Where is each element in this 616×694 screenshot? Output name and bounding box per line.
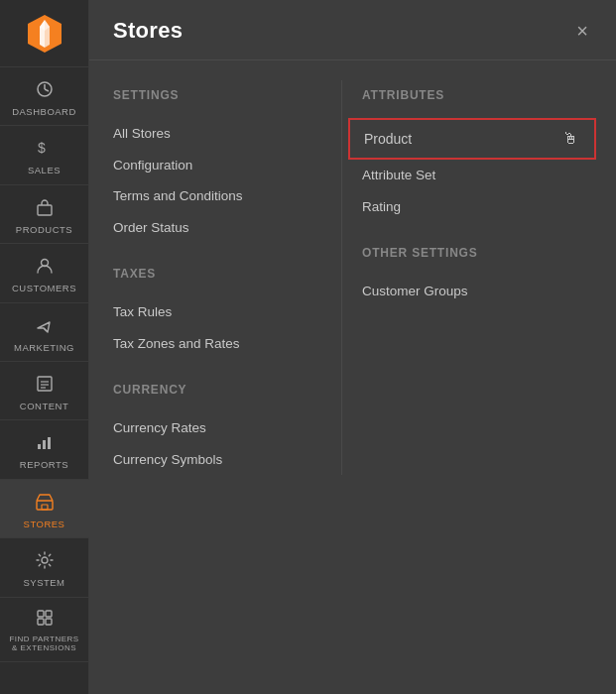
sidebar-item-marketing[interactable]: MARKETING <box>0 303 89 362</box>
currency-heading: Currency <box>113 383 321 397</box>
stores-panel: Stores × Settings All Stores Configurati… <box>89 0 616 694</box>
rating-link[interactable]: Rating <box>362 191 592 223</box>
settings-heading: Settings <box>113 88 321 102</box>
customers-icon <box>35 256 55 279</box>
taxes-heading: Taxes <box>113 267 321 281</box>
svg-rect-8 <box>38 377 52 391</box>
sidebar-item-marketing-label: MARKETING <box>14 342 74 353</box>
all-stores-link[interactable]: All Stores <box>113 118 321 150</box>
svg-rect-6 <box>38 205 52 215</box>
svg-rect-20 <box>38 619 44 625</box>
sidebar-item-sales-label: SALES <box>28 165 61 175</box>
attribute-set-link[interactable]: Attribute Set <box>362 160 592 191</box>
sidebar-item-partners[interactable]: FIND PARTNERS& EXTENSIONS <box>0 598 89 662</box>
magento-logo-icon <box>24 13 65 55</box>
currency-rates-link[interactable]: Currency Rates <box>113 412 321 444</box>
svg-rect-13 <box>43 440 46 449</box>
close-button[interactable]: × <box>572 19 592 43</box>
sidebar-item-stores[interactable]: STORES <box>0 480 89 538</box>
sidebar-item-products-label: PRODUCTS <box>16 224 72 235</box>
attributes-heading: Attributes <box>362 88 592 102</box>
products-icon <box>35 197 55 220</box>
svg-rect-16 <box>42 505 48 510</box>
sidebar-item-products[interactable]: PRODUCTS <box>0 185 89 244</box>
sidebar-item-content-label: CONTENT <box>20 401 68 411</box>
sidebar: DASHBOARD $ SALES PRODUCTS CUSTOMERS MAR… <box>0 0 89 694</box>
sidebar-item-stores-label: STORES <box>24 519 65 529</box>
tax-rules-link[interactable]: Tax Rules <box>113 296 321 328</box>
dashboard-icon <box>35 79 55 102</box>
sidebar-item-partners-label: FIND PARTNERS& EXTENSIONS <box>9 635 78 653</box>
currency-symbols-link[interactable]: Currency Symbols <box>113 444 321 476</box>
svg-rect-12 <box>38 444 41 449</box>
terms-conditions-link[interactable]: Terms and Conditions <box>113 180 321 212</box>
sidebar-item-reports[interactable]: REPORTS <box>0 420 89 479</box>
customer-groups-link[interactable]: Customer Groups <box>362 276 592 307</box>
system-icon <box>35 550 55 573</box>
sidebar-item-system-label: SYSTEM <box>23 577 64 588</box>
panel-header: Stores × <box>89 0 616 60</box>
order-status-link[interactable]: Order Status <box>113 212 321 244</box>
svg-rect-18 <box>38 611 44 617</box>
panel-content: Settings All Stores Configuration Terms … <box>89 60 616 495</box>
partners-icon <box>35 608 55 631</box>
sidebar-item-dashboard[interactable]: DASHBOARD <box>0 67 89 126</box>
sales-icon: $ <box>35 138 55 161</box>
sidebar-item-reports-label: REPORTS <box>20 459 68 470</box>
sidebar-item-dashboard-label: DASHBOARD <box>12 106 76 117</box>
other-settings-heading: Other Settings <box>362 246 592 260</box>
svg-rect-21 <box>46 619 52 625</box>
reports-icon <box>35 432 55 455</box>
cursor-icon: 🖱 <box>562 129 578 150</box>
tax-zones-link[interactable]: Tax Zones and Rates <box>113 328 321 360</box>
left-column: Settings All Stores Configuration Terms … <box>113 80 341 475</box>
product-link[interactable]: Product 🖱 <box>348 118 596 160</box>
panel-title: Stores <box>113 18 183 44</box>
marketing-icon <box>35 315 55 338</box>
svg-point-17 <box>42 557 48 563</box>
right-column: Attributes Product 🖱 Attribute Set Ratin… <box>341 80 592 475</box>
svg-rect-14 <box>48 437 51 449</box>
sidebar-logo <box>0 0 89 67</box>
sidebar-item-customers[interactable]: CUSTOMERS <box>0 244 89 302</box>
sidebar-item-sales[interactable]: $ SALES <box>0 126 89 184</box>
svg-rect-19 <box>46 611 52 617</box>
sidebar-item-system[interactable]: SYSTEM <box>0 538 89 597</box>
sidebar-item-content[interactable]: CONTENT <box>0 362 89 420</box>
configuration-link[interactable]: Configuration <box>113 150 321 181</box>
svg-text:$: $ <box>38 140 46 156</box>
stores-icon <box>35 492 55 515</box>
content-icon <box>35 374 55 397</box>
sidebar-item-customers-label: CUSTOMERS <box>12 283 76 293</box>
